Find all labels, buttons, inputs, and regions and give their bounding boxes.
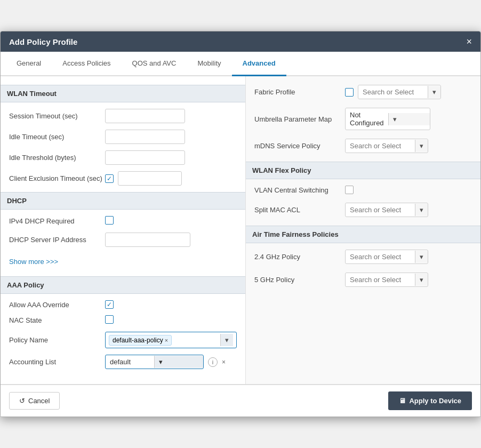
client-exclusion-checkbox[interactable] [105, 174, 114, 183]
dhcp-server-row: DHCP Server IP Address [9, 233, 237, 247]
dhcp-server-input[interactable] [105, 233, 190, 247]
nac-state-label: NAC State [9, 316, 105, 324]
allow-aaa-control [105, 300, 237, 309]
allow-aaa-label: Allow AAA Override [9, 301, 105, 309]
tab-advanced[interactable]: Advanced [232, 52, 286, 76]
umbrella-label: Umbrella Parameter Map [254, 115, 345, 123]
accounting-list-select[interactable]: default ▾ [105, 355, 204, 369]
policy-name-label: Policy Name [9, 336, 105, 344]
mdns-select[interactable]: ▾ [345, 139, 428, 153]
tab-access-policies[interactable]: Access Policies [52, 52, 121, 76]
fabric-profile-control: ▾ [345, 85, 441, 99]
ghz24-label: 2.4 GHz Policy [254, 253, 345, 261]
ghz5-select[interactable]: ▾ [345, 273, 428, 287]
session-timeout-input[interactable]: 1800 [105, 109, 185, 123]
show-more-link[interactable]: Show more >>> [9, 253, 237, 272]
umbrella-dropdown-btn[interactable]: ▾ [388, 113, 430, 125]
idle-timeout-input[interactable]: 300 [105, 130, 185, 144]
wlan-flex-header: WLAN Flex Policy [246, 162, 480, 179]
fabric-profile-checkbox[interactable] [345, 88, 354, 97]
show-more-text: Show more >>> [9, 258, 58, 266]
ghz24-row: 2.4 GHz Policy ▾ [254, 250, 472, 264]
fabric-profile-select[interactable]: ▾ [358, 85, 441, 99]
umbrella-row: Umbrella Parameter Map Not Configured ▾ [254, 108, 472, 130]
apply-icon: 🖥 [399, 397, 406, 405]
tab-general[interactable]: General [6, 52, 52, 76]
ipv4-dhcp-control [105, 216, 237, 226]
session-timeout-row: Session Timeout (sec) 1800 [9, 109, 237, 123]
split-mac-label: Split MAC ACL [254, 206, 345, 214]
client-exclusion-row: Client Exclusion Timeout (sec) 60 [9, 171, 237, 186]
mdns-dropdown-btn[interactable]: ▾ [415, 140, 428, 152]
cancel-icon: ↺ [19, 397, 25, 405]
idle-timeout-input-wrapper: 300 [105, 130, 237, 144]
idle-timeout-label: Idle Timeout (sec) [9, 133, 105, 141]
mdns-label: mDNS Service Policy [254, 142, 345, 150]
ghz24-dropdown-btn[interactable]: ▾ [415, 251, 428, 263]
ghz5-input[interactable] [346, 273, 415, 286]
modal-close-button[interactable]: × [466, 37, 472, 46]
split-mac-dropdown-btn[interactable]: ▾ [415, 204, 428, 216]
ghz5-row: 5 GHz Policy ▾ [254, 273, 472, 287]
mdns-row: mDNS Service Policy ▾ [254, 139, 472, 153]
nac-state-checkbox[interactable] [105, 315, 114, 324]
idle-threshold-row: Idle Threshold (bytes) 0 [9, 150, 237, 165]
left-panel: WLAN Timeout Session Timeout (sec) 1800 … [1, 76, 246, 384]
policy-name-tag-text: default-aaa-policy [113, 337, 163, 344]
accounting-info-icon[interactable]: i [208, 357, 218, 367]
modal-title: Add Policy Profile [9, 37, 77, 46]
right-panel: Fabric Profile ▾ Umbrella Parameter Map … [246, 76, 480, 384]
accounting-list-value: default [106, 355, 154, 369]
fabric-profile-row: Fabric Profile ▾ [254, 85, 472, 99]
umbrella-value: Not Configured [346, 108, 388, 130]
split-mac-select[interactable]: ▾ [345, 203, 428, 217]
modal-footer: ↺ Cancel 🖥 Apply to Device [1, 384, 480, 417]
apply-label: Apply to Device [409, 397, 461, 405]
fabric-profile-input[interactable] [358, 85, 428, 99]
apply-button[interactable]: 🖥 Apply to Device [388, 391, 472, 410]
client-exclusion-input[interactable]: 60 [118, 171, 182, 186]
tab-mobility[interactable]: Mobility [187, 52, 231, 76]
ipv4-dhcp-checkbox[interactable] [105, 216, 114, 225]
split-mac-input[interactable] [346, 203, 415, 217]
accounting-list-label: Accounting List [9, 358, 105, 366]
tab-bar: General Access Policies QOS and AVC Mobi… [1, 52, 480, 76]
ghz5-dropdown-btn[interactable]: ▾ [415, 274, 428, 286]
vlan-central-row: VLAN Central Switching [254, 186, 472, 194]
policy-name-tag: default-aaa-policy × [109, 335, 172, 346]
ghz24-select[interactable]: ▾ [345, 250, 428, 264]
add-policy-profile-modal: Add Policy Profile × General Access Poli… [0, 31, 481, 417]
accounting-clear-icon[interactable]: × [222, 358, 226, 366]
modal-body: WLAN Timeout Session Timeout (sec) 1800 … [1, 76, 480, 384]
idle-threshold-input[interactable]: 0 [105, 150, 185, 165]
idle-timeout-row: Idle Timeout (sec) 300 [9, 130, 237, 144]
modal-header: Add Policy Profile × [1, 31, 480, 52]
tab-qos-avc[interactable]: QOS and AVC [122, 52, 187, 76]
ipv4-dhcp-label: IPv4 DHCP Required [9, 217, 105, 225]
aaa-policy-header: AAA Policy [1, 276, 245, 294]
mdns-input[interactable] [346, 139, 415, 153]
vlan-central-label: VLAN Central Switching [254, 186, 345, 194]
accounting-list-control: default ▾ i × [105, 355, 237, 369]
ghz24-input[interactable] [346, 250, 415, 263]
client-exclusion-label: Client Exclusion Timeout (sec) [9, 174, 105, 182]
policy-name-row: Policy Name default-aaa-policy × ▾ [9, 332, 237, 348]
air-time-header: Air Time Fairness Policies [246, 226, 480, 243]
allow-aaa-checkbox[interactable] [105, 300, 114, 309]
fabric-profile-label: Fabric Profile [254, 88, 345, 96]
policy-name-tag-remove[interactable]: × [165, 337, 168, 343]
allow-aaa-row: Allow AAA Override [9, 300, 237, 309]
nac-state-row: NAC State [9, 315, 237, 325]
policy-name-dropdown-btn[interactable]: ▾ [220, 334, 233, 346]
ghz5-label: 5 GHz Policy [254, 276, 345, 284]
fabric-profile-dropdown-btn[interactable]: ▾ [428, 86, 440, 98]
cancel-button[interactable]: ↺ Cancel [9, 392, 60, 410]
session-timeout-input-wrapper: 1800 [105, 109, 237, 123]
accounting-list-row: Accounting List default ▾ i × [9, 355, 237, 369]
policy-name-tag-input[interactable]: default-aaa-policy × ▾ [105, 332, 237, 348]
accounting-list-dropdown-btn[interactable]: ▾ [154, 356, 203, 368]
client-exclusion-control: 60 [105, 171, 237, 186]
vlan-central-checkbox[interactable] [345, 186, 354, 194]
umbrella-select[interactable]: Not Configured ▾ [345, 108, 430, 130]
split-mac-row: Split MAC ACL ▾ [254, 203, 472, 217]
